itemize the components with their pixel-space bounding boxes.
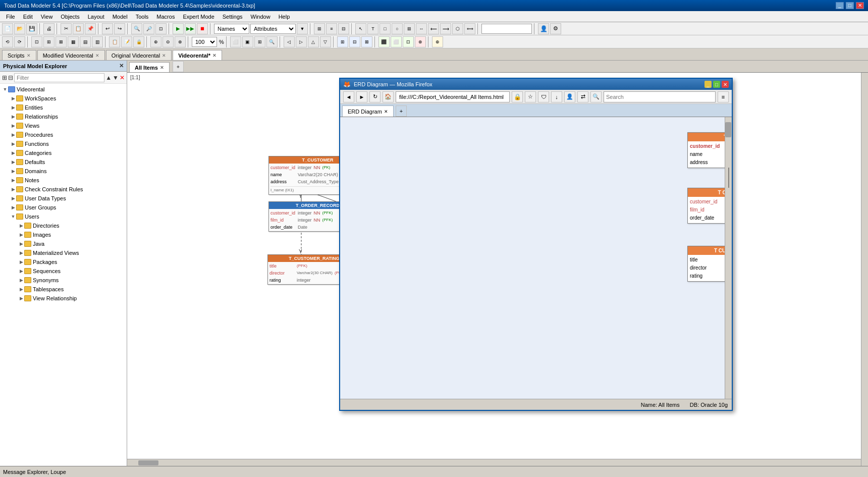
expand-tablespaces[interactable]: ▶: [18, 287, 24, 292]
tb2-27[interactable]: ⬜: [391, 36, 402, 47]
tb-undo-btn[interactable]: ↩: [102, 23, 113, 34]
tree-item-view-relationship[interactable]: ▶ View Relationship: [0, 294, 127, 303]
tb-copy-btn[interactable]: 📋: [73, 23, 84, 34]
expand-users[interactable]: ▼: [10, 214, 16, 219]
erd-sync-btn[interactable]: ⇄: [577, 91, 588, 102]
tb2-4[interactable]: ⊞: [43, 36, 55, 47]
erd-shield-btn[interactable]: 🛡: [538, 91, 549, 102]
tb-display-names-select[interactable]: Names: [214, 24, 249, 34]
maximize-btn[interactable]: □: [846, 2, 854, 9]
erd-new-tab-btn[interactable]: +: [396, 105, 407, 117]
erd-search-input[interactable]: [604, 91, 716, 102]
panel-close-icon[interactable]: ✕: [119, 63, 124, 69]
title-bar-controls[interactable]: _ □ ✕: [836, 2, 864, 9]
expand-views[interactable]: ▶: [10, 123, 16, 128]
menu-file[interactable]: File: [2, 11, 19, 22]
tb2-22[interactable]: ▽: [320, 36, 331, 47]
tree-item-procedures[interactable]: ▶ Procedures: [0, 130, 127, 139]
expand-sequences[interactable]: ▶: [18, 269, 24, 274]
erd-refresh-btn[interactable]: ↻: [369, 91, 381, 102]
tree-item-functions[interactable]: ▶ Functions: [0, 139, 127, 148]
tree-item-notes[interactable]: ▶ Notes: [0, 176, 127, 185]
inner-tab-all-items-close[interactable]: ✕: [160, 65, 164, 70]
tree-item-views[interactable]: ▶ Views: [0, 121, 127, 130]
tb-tool-2[interactable]: T: [367, 23, 378, 34]
tree-item-materialized-views[interactable]: ▶ Materialized Views: [0, 248, 127, 257]
panel-up-icon[interactable]: ▲: [105, 74, 112, 81]
tree-item-synonyms[interactable]: ▶ Synonyms: [0, 276, 127, 285]
erd-home-btn[interactable]: 🏠: [383, 91, 394, 102]
tb-fit-btn[interactable]: ⊡: [155, 23, 167, 34]
expand-materialized-views[interactable]: ▶: [18, 250, 24, 255]
tb2-11[interactable]: 🔒: [133, 36, 144, 47]
tab-modified-videorental[interactable]: Modified Videorental ✕: [37, 50, 105, 60]
panel-collapse-icon[interactable]: ⊟: [8, 74, 13, 81]
erd-star-btn[interactable]: ☆: [525, 91, 536, 102]
menu-model[interactable]: Model: [108, 11, 132, 22]
expand-relationships[interactable]: ▶: [10, 114, 16, 119]
tb-tool-10[interactable]: ⟺: [464, 23, 475, 34]
erd-minimize-btn[interactable]: _: [704, 81, 712, 88]
menu-objects[interactable]: Objects: [57, 11, 83, 22]
menu-help[interactable]: Help: [275, 11, 294, 22]
tb2-7[interactable]: ▤: [80, 36, 91, 47]
expand-packages[interactable]: ▶: [18, 259, 24, 264]
tree-item-workspaces[interactable]: ▶ WorkSpaces: [0, 94, 127, 103]
tb-tool-5[interactable]: ⊞: [404, 23, 415, 34]
tb-cut-btn[interactable]: ✂: [61, 23, 72, 34]
tree-item-categories[interactable]: ▶ Categories: [0, 148, 127, 157]
tb-tool-8[interactable]: ⟶: [440, 23, 451, 34]
tab-videorental[interactable]: Videorental* ✕: [173, 50, 222, 60]
tb2-6[interactable]: ▦: [68, 36, 79, 47]
tb2-1[interactable]: ⟲: [2, 36, 13, 47]
erd-search-btn[interactable]: 🔍: [590, 91, 602, 102]
tree-item-user-groups[interactable]: ▶ User Groups: [0, 203, 127, 212]
expand-workspaces[interactable]: ▶: [10, 96, 16, 101]
menu-expert-mode[interactable]: Expert Mode: [179, 11, 218, 22]
tb-save-btn[interactable]: 💾: [26, 23, 37, 34]
tb-tool-3[interactable]: □: [379, 23, 391, 34]
tree-item-defaults[interactable]: ▶ Defaults: [0, 157, 127, 167]
tb2-2[interactable]: ⟳: [14, 36, 25, 47]
expand-images[interactable]: ▶: [18, 232, 24, 237]
diagram-canvas[interactable]: [1:1] Y Y T_CUSTOMER customer_idintegerN…: [127, 73, 868, 466]
tb2-26[interactable]: ⬛: [378, 36, 390, 47]
tab-modified-close[interactable]: ✕: [95, 53, 99, 58]
tb2-zoom-select[interactable]: 100: [192, 37, 217, 47]
expand-notes[interactable]: ▶: [10, 178, 16, 183]
expand-domains[interactable]: ▶: [10, 169, 16, 174]
tb-tool-7[interactable]: ⟵: [428, 23, 439, 34]
diagram-scrollbar-bottom[interactable]: [127, 459, 861, 466]
expand-user-groups[interactable]: ▶: [10, 205, 16, 210]
tb2-30[interactable]: ⊕: [432, 36, 443, 47]
expand-java[interactable]: ▶: [18, 241, 24, 246]
tb2-25[interactable]: ⊠: [361, 36, 372, 47]
expand-user-data-types[interactable]: ▶: [10, 196, 16, 201]
tb-tool-4[interactable]: ○: [392, 23, 403, 34]
erd-download-btn[interactable]: ↓: [551, 91, 562, 102]
erd-maximize-btn[interactable]: □: [713, 81, 720, 88]
expand-videorental[interactable]: ▼: [2, 87, 8, 92]
expand-entities[interactable]: ▶: [10, 105, 16, 110]
expand-synonyms[interactable]: ▶: [18, 278, 24, 283]
tree-item-tablespaces[interactable]: ▶ Tablespaces: [0, 285, 127, 294]
erd-user-btn[interactable]: 👤: [564, 91, 575, 102]
tb-print-btn[interactable]: 🖨: [43, 23, 55, 34]
tab-scripts[interactable]: Scripts ✕: [2, 50, 36, 60]
panel-expand-icon[interactable]: ⊞: [2, 74, 7, 81]
expand-directories[interactable]: ▶: [18, 223, 24, 228]
tb-tool-9[interactable]: ⬡: [452, 23, 463, 34]
tree-item-check-constraint-rules[interactable]: ▶ Check Constraint Rules: [0, 185, 127, 194]
erd-forward-btn[interactable]: ►: [356, 91, 367, 102]
close-btn[interactable]: ✕: [856, 2, 864, 9]
expand-view-relationship[interactable]: ▶: [18, 296, 24, 301]
menu-settings[interactable]: Settings: [219, 11, 247, 22]
menu-tools[interactable]: Tools: [132, 11, 153, 22]
tb-align-btn[interactable]: ≡: [326, 23, 337, 34]
inner-tab-add-btn[interactable]: +: [173, 61, 184, 72]
tb-user-btn[interactable]: 👤: [538, 23, 549, 34]
tree-item-entities[interactable]: ▶ Entities: [0, 103, 127, 112]
tb2-28[interactable]: ⊡: [403, 36, 414, 47]
tree-item-domains[interactable]: ▶ Domains: [0, 167, 127, 176]
tab-videorental-close[interactable]: ✕: [212, 53, 216, 58]
